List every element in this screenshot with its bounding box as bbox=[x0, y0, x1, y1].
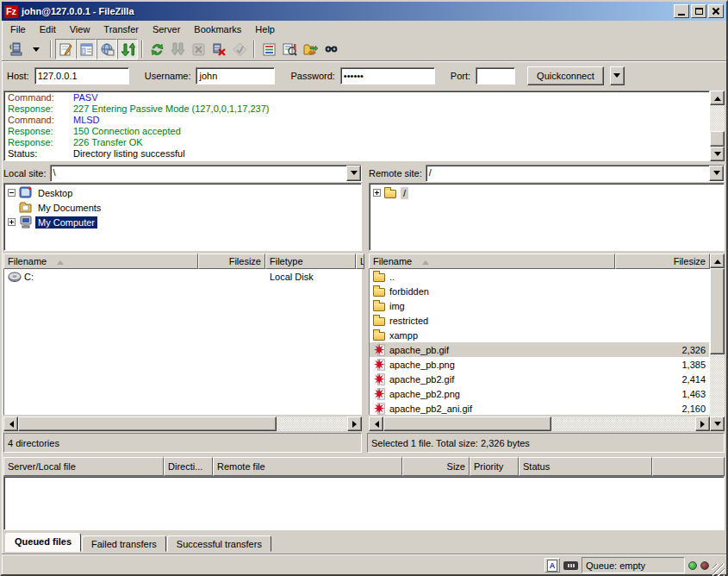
arrow-left-icon bbox=[6, 421, 14, 428]
remote-file-row-selected[interactable]: apache_pb.gif 2,326 bbox=[370, 342, 709, 357]
collapse-toggle[interactable] bbox=[8, 189, 16, 197]
tree-item-desktop[interactable]: Desktop bbox=[6, 185, 361, 200]
arrow-up-icon bbox=[714, 256, 721, 264]
remote-file-row[interactable]: xampp bbox=[370, 328, 709, 342]
close-icon bbox=[712, 7, 720, 16]
tab-queued-files[interactable]: Queued files bbox=[5, 533, 81, 552]
column-server-local-file[interactable]: Server/Local file bbox=[3, 457, 164, 476]
disconnect-button[interactable] bbox=[208, 39, 229, 59]
password-input[interactable] bbox=[340, 67, 435, 85]
column-empty bbox=[652, 457, 725, 476]
remote-file-row[interactable]: img bbox=[370, 298, 709, 313]
local-status-bar: 4 directories bbox=[3, 433, 362, 453]
maximize-icon bbox=[695, 8, 703, 15]
remote-vertical-scrollbar[interactable] bbox=[710, 254, 725, 431]
toggle-queue-button[interactable] bbox=[117, 39, 138, 59]
username-input[interactable] bbox=[196, 67, 275, 85]
column-direction[interactable]: Directi... bbox=[164, 457, 213, 476]
scroll-left-button[interactable] bbox=[3, 416, 18, 431]
remote-horizontal-scrollbar[interactable] bbox=[369, 416, 710, 431]
column-filename[interactable]: Filename bbox=[369, 254, 615, 269]
quickconnect-button[interactable]: Quickconnect bbox=[527, 66, 604, 85]
arrow-right-icon bbox=[352, 421, 360, 428]
scrollbar-thumb[interactable] bbox=[710, 131, 725, 147]
remote-file-row[interactable]: restricted bbox=[370, 313, 709, 328]
search-button[interactable] bbox=[320, 39, 341, 59]
scroll-down-button[interactable] bbox=[710, 416, 725, 431]
column-filename[interactable]: Filename bbox=[3, 254, 198, 269]
remote-file-row[interactable]: .. bbox=[370, 269, 709, 284]
filter-button[interactable] bbox=[258, 39, 279, 59]
remote-file-row[interactable]: apache_pb.png 1,385 bbox=[370, 357, 709, 372]
scroll-down-button[interactable] bbox=[710, 147, 725, 161]
log-line: Status:Directory listing successful bbox=[8, 148, 709, 160]
scrollbar-thumb[interactable] bbox=[383, 416, 551, 431]
column-size[interactable]: Size bbox=[402, 457, 470, 476]
local-file-row[interactable]: C: Local Disk bbox=[4, 269, 361, 284]
maximize-button[interactable] bbox=[691, 4, 706, 18]
tab-successful-transfers[interactable]: Successful transfers bbox=[167, 535, 271, 552]
column-filesize[interactable]: Filesize bbox=[615, 254, 710, 269]
toggle-message-log-button[interactable] bbox=[55, 39, 76, 59]
menu-edit[interactable]: Edit bbox=[33, 22, 63, 36]
directory-comparison-button[interactable] bbox=[279, 39, 300, 59]
scrollbar-thumb[interactable] bbox=[710, 268, 725, 354]
refresh-button[interactable] bbox=[146, 39, 167, 59]
column-status[interactable]: Status bbox=[519, 457, 652, 476]
remote-file-row[interactable]: apache_pb2_ani.gif 2,160 bbox=[370, 401, 709, 415]
column-priority[interactable]: Priority bbox=[470, 457, 519, 476]
local-site-combo[interactable]: \ bbox=[50, 165, 362, 182]
column-filetype[interactable]: Filetype bbox=[265, 254, 356, 269]
local-site-dropdown[interactable] bbox=[346, 166, 361, 181]
cancel-icon bbox=[191, 42, 206, 57]
folder-icon bbox=[373, 332, 385, 341]
reconnect-button[interactable] bbox=[229, 39, 250, 59]
resize-grip-icon[interactable] bbox=[712, 564, 725, 576]
tree-item-my-computer[interactable]: My Computer bbox=[6, 215, 361, 229]
port-label: Port: bbox=[451, 71, 470, 81]
menu-help[interactable]: Help bbox=[248, 22, 282, 36]
site-manager-button[interactable] bbox=[5, 39, 26, 59]
remote-file-row[interactable]: apache_pb2.gif 2,414 bbox=[370, 372, 709, 386]
remote-file-row[interactable]: apache_pb2.png 1,463 bbox=[370, 386, 709, 401]
title-bar[interactable]: Fz john@127.0.0.1 - FileZilla bbox=[2, 2, 726, 21]
toggle-local-tree-button[interactable] bbox=[76, 39, 96, 59]
synchronized-browsing-icon bbox=[303, 42, 318, 57]
queue-list[interactable] bbox=[3, 476, 725, 530]
menu-server[interactable]: Server bbox=[146, 22, 187, 36]
close-button[interactable] bbox=[708, 4, 724, 18]
scrollbar-thumb[interactable] bbox=[18, 416, 277, 431]
documents-folder-icon bbox=[19, 201, 33, 214]
site-manager-dropdown[interactable] bbox=[26, 39, 47, 59]
tab-failed-transfers[interactable]: Failed transfers bbox=[82, 535, 166, 552]
minimize-button[interactable] bbox=[674, 4, 689, 18]
tree-item-my-documents[interactable]: My Documents bbox=[6, 200, 361, 215]
remote-site-dropdown[interactable] bbox=[709, 166, 724, 181]
expand-toggle[interactable] bbox=[373, 189, 381, 197]
remote-site-combo[interactable]: / bbox=[426, 165, 725, 182]
menu-transfer[interactable]: Transfer bbox=[96, 22, 146, 36]
scroll-up-button[interactable] bbox=[710, 254, 725, 268]
menu-view[interactable]: View bbox=[63, 22, 97, 36]
local-horizontal-scrollbar[interactable] bbox=[3, 416, 362, 431]
scroll-left-button[interactable] bbox=[369, 416, 383, 431]
menu-file[interactable]: File bbox=[3, 22, 33, 36]
column-filesize[interactable]: Filesize bbox=[198, 254, 265, 269]
transfer-type-button[interactable]: A bbox=[544, 558, 560, 573]
quickconnect-dropdown[interactable] bbox=[610, 66, 625, 85]
scroll-right-button[interactable] bbox=[347, 416, 362, 431]
scroll-right-button[interactable] bbox=[695, 416, 710, 431]
cancel-button[interactable] bbox=[188, 39, 208, 59]
scroll-up-button[interactable] bbox=[710, 91, 725, 105]
synchronized-browsing-button[interactable] bbox=[300, 39, 320, 59]
process-queue-button[interactable] bbox=[167, 39, 188, 59]
column-remote-file[interactable]: Remote file bbox=[213, 457, 402, 476]
remote-file-row[interactable]: forbidden bbox=[370, 284, 709, 298]
port-input[interactable] bbox=[476, 67, 515, 85]
host-input[interactable] bbox=[34, 67, 129, 85]
log-scrollbar[interactable] bbox=[710, 91, 725, 161]
tree-item-root[interactable]: / bbox=[371, 185, 724, 200]
menu-bookmarks[interactable]: Bookmarks bbox=[187, 22, 248, 36]
toggle-remote-tree-button[interactable] bbox=[96, 39, 117, 59]
expand-toggle[interactable] bbox=[8, 218, 16, 226]
